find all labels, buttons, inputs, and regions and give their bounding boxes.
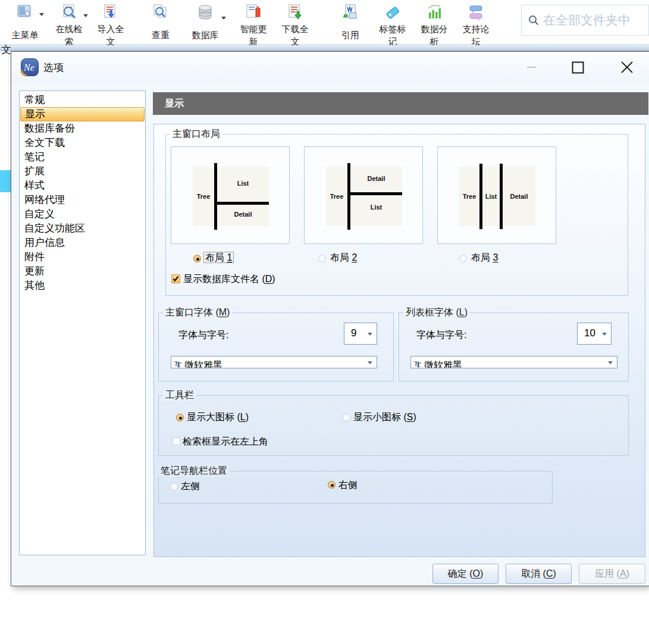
toolbar-item-import-fulltext[interactable]: 导入全文 [90,0,131,45]
category-item-customize[interactable]: 自定义 [20,207,145,221]
toolbar-item-database[interactable]: 数据库 [182,0,228,45]
font-size-row-label: 字体与字号: [416,329,466,342]
layout-3-radio-label[interactable]: 布局 3 [471,251,498,264]
search-top-left-label[interactable]: 检索框显示在左上角 [183,435,268,448]
nav-right-radio-label[interactable]: 右侧 [338,479,358,492]
cancel-button[interactable]: 取消 (C) [506,564,572,584]
chevron-down-icon [368,333,372,336]
small-icons-radio[interactable] [343,414,350,421]
bar-chart-icon [425,3,444,22]
truetype-icon: TT [413,359,423,367]
toolbar-item-label: 智能更新 [233,23,274,45]
dropdown-arrow-icon [83,14,88,17]
section-header: 显示 [153,92,648,115]
toolbar-options-group-title: 工具栏 [163,389,196,401]
category-item-user-info[interactable]: 用户信息 [20,236,145,250]
list-font-size-combo[interactable]: 10 [577,323,612,345]
layout-1-preview[interactable]: Tree List Detail [171,146,290,244]
main-window-layout-group-title: 主窗口布局 [170,128,222,140]
smart-update-icon [244,3,263,22]
layout-3-preview[interactable]: Tree List Detail [437,146,556,244]
nav-left-radio-label[interactable]: 左侧 [181,480,200,493]
dialog-titlebar[interactable]: Ne 选项 [11,52,649,84]
list-font-name-combo[interactable]: TT 微软雅黑 [410,356,617,368]
layout-3-diagram: Tree List Detail [459,167,535,226]
layout-pane-label: Detail [503,193,535,200]
maximize-button[interactable] [569,59,587,76]
chevron-down-icon [368,361,372,364]
minimize-button[interactable] [523,59,541,76]
main-font-size-combo[interactable]: 9 [344,323,377,345]
category-item-customize-ribbon[interactable]: 自定义功能区 [20,221,145,236]
toolbar-item-support-forum[interactable]: 支持论坛 [456,0,496,45]
search-input[interactable] [543,13,644,27]
layout-pane-label: List [482,193,500,200]
dropdown-arrow-icon [221,17,226,20]
category-item-general[interactable]: 常规 [20,93,145,107]
list-font-group-title: 列表框字体 (L) [403,307,470,318]
layout-pane-label: Tree [193,193,214,200]
apply-button[interactable]: 应用 (A) [579,564,645,584]
nav-left-radio[interactable] [170,483,178,490]
toolbar-item-label: 下载全文 [275,23,315,45]
chevron-down-icon [602,333,607,336]
import-fulltext-icon [101,3,120,22]
category-item-display[interactable]: 显示 [20,107,145,121]
layout-pane-label: Detail [350,175,402,182]
layout-pane-label: List [350,204,402,211]
layout-pane-label: Tree [326,193,347,200]
toolbar-item-label: 主菜单 [5,23,45,41]
main-window-font-group-title: 主窗口字体 (M) [163,307,232,318]
category-item-styles[interactable]: 样式 [20,179,145,193]
check-duplicates-icon [151,3,170,22]
category-item-db-backup[interactable]: 数据库备份 [20,121,145,136]
layout-2-radio[interactable] [318,255,326,262]
note-nav-position-group-title: 笔记导航栏位置 [158,465,230,477]
search-top-left-checkbox[interactable] [173,437,180,445]
global-search-box[interactable] [521,5,649,36]
toolbar-item-tag-mark[interactable]: 标签标记 [372,0,413,45]
toolbar-item-online-search[interactable]: 在线检索 [49,0,89,45]
search-icon [528,14,540,26]
category-item-notes[interactable]: 笔记 [20,150,145,164]
small-icons-radio-label[interactable]: 显示小图标 (S) [353,411,416,424]
background-selection-strip [0,170,12,192]
layout-3-radio[interactable] [459,255,467,262]
category-item-others[interactable]: 其他 [20,279,145,293]
download-fulltext-icon [286,3,305,22]
toolbar-item-cite[interactable]: 引用 [331,0,370,45]
toolbar-item-smart-update[interactable]: 智能更新 [233,0,274,45]
large-icons-radio-label[interactable]: 显示大图标 (L) [187,411,249,424]
options-dialog: Ne 选项 常规 显示 数据库备份 全文下载 笔记 扩展 样式 网络代理 自定义… [11,51,649,586]
font-size-row-label: 字体与字号: [178,329,228,342]
category-item-fulltext-download[interactable]: 全文下载 [20,136,145,150]
large-icons-radio[interactable] [176,414,184,421]
list-font-size-value: 10 [584,327,595,339]
ok-button[interactable]: 确定 (O) [432,564,498,584]
category-item-attachments[interactable]: 附件 [20,250,145,264]
main-font-size-value: 9 [351,327,356,339]
layout-divider [347,163,350,230]
close-button[interactable] [618,59,636,76]
layout-2-preview[interactable]: Tree Detail List [304,146,423,244]
forum-icon [466,3,485,22]
toolbar-item-download-fulltext[interactable]: 下载全文 [275,0,315,45]
show-db-filename-label[interactable]: 显示数据库文件名 (D) [183,273,275,286]
nav-right-radio[interactable] [328,481,336,489]
layout-2-radio-label[interactable]: 布局 2 [330,251,357,264]
category-item-network-proxy[interactable]: 网络代理 [20,193,145,207]
layout-divider [350,192,402,195]
category-item-extensions[interactable]: 扩展 [20,164,145,179]
toolbar-item-check-duplicates[interactable]: 查重 [142,0,180,45]
category-item-update[interactable]: 更新 [20,264,145,279]
main-font-name-combo[interactable]: TT 微软雅黑 [171,356,377,368]
ribbon-bottom-edge [0,46,649,51]
toolbar-item-label: 引用 [331,23,370,41]
layout-1-radio[interactable] [193,255,201,262]
show-db-filename-checkbox[interactable] [171,274,180,283]
toolbar-item-data-analysis[interactable]: 数据分析 [414,0,454,45]
tag-icon [383,3,402,22]
toolbar-item-main-menu[interactable]: 主菜单 [5,0,45,45]
toolbar-item-label: 支持论坛 [456,23,496,45]
layout-1-radio-label[interactable]: 布局 1 [204,251,233,264]
